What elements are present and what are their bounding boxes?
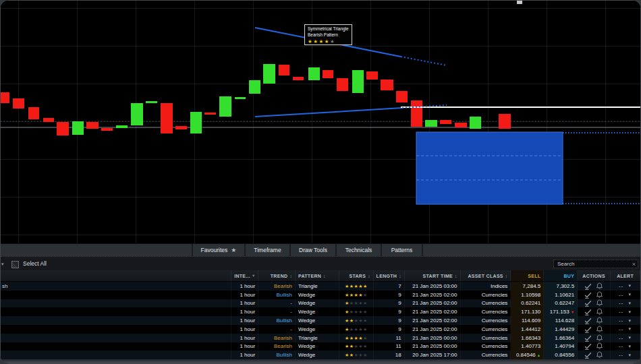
toolbar-button-favourites[interactable]: Favourites★ [192, 244, 244, 256]
cell-pattern: Wedge [296, 299, 339, 308]
toolbar-button-patterns[interactable]: Patterns [381, 244, 423, 256]
alert-dropdown-icon[interactable]: ▼ [628, 353, 632, 357]
alert-dropdown-icon[interactable]: ▼ [628, 336, 632, 340]
buy-price: 1.66364 [555, 335, 574, 341]
table-row[interactable]: 1 hour-Wedge★★★★★921 Jan 2025 02:00Curre… [1, 299, 640, 308]
select-all-checkbox[interactable] [11, 261, 19, 268]
pattern-annotation[interactable]: Symmetrical Triangle Bearish Pattern ★★★… [304, 24, 352, 45]
star-icon: ★ [358, 327, 363, 332]
view-on-chart-icon[interactable] [584, 299, 592, 307]
search-input[interactable] [554, 260, 638, 268]
alert-dropdown-icon[interactable]: ▼ [628, 310, 632, 314]
table-row[interactable]: 1 hourBullishWedge★★★★★921 Jan 2025 02:0… [1, 316, 640, 325]
bell-icon[interactable] [596, 342, 603, 350]
table-row[interactable]: 1 hour-Wedge★★★★★921 Jan 2025 02:00Curre… [1, 325, 640, 334]
table-row[interactable]: 1 hourBearishWedge★★★★★1121 Jan 2025 00:… [1, 342, 640, 351]
bell-icon[interactable] [596, 282, 603, 290]
toolbar-button-draw-tools[interactable]: Draw Tools [289, 244, 335, 256]
table-row[interactable]: 1 hourBearishTriangle★★★★★1121 Jan 2025 … [1, 334, 640, 342]
star-icon: ★ [345, 309, 350, 314]
cell-length: 9 [374, 291, 405, 299]
column-header-length[interactable]: LENGTH↕ [374, 270, 405, 281]
cell-sell[interactable]: 0.62241 [511, 299, 544, 308]
cell-buy[interactable]: 1.44429 [544, 325, 578, 334]
cell-pattern: Triangle [296, 334, 339, 342]
star-icon: ★ [358, 336, 363, 340]
candle [249, 80, 260, 94]
alert-dropdown-icon[interactable]: ▼ [628, 327, 632, 331]
cell-stars: ★★★★★ [339, 351, 374, 359]
column-header-stars[interactable]: STARS↕ [339, 270, 374, 281]
bell-icon[interactable] [596, 291, 603, 299]
column-header-start[interactable]: START TIME↕ [405, 270, 461, 281]
cell-buy[interactable]: 7,302.5 [544, 282, 578, 291]
bell-icon[interactable] [596, 308, 603, 315]
alert-dropdown-icon[interactable]: ▼ [628, 293, 632, 297]
bell-icon[interactable] [596, 299, 603, 307]
column-header-trend[interactable]: TREND↕ [258, 270, 296, 281]
cell-stars: ★★★★★ [339, 325, 374, 334]
alert-dropdown-icon[interactable]: ▼ [628, 301, 632, 305]
alert-value: -- [619, 352, 623, 358]
alert-dropdown-icon[interactable]: ▼ [628, 284, 632, 288]
alert-dropdown-icon[interactable]: ▼ [628, 344, 632, 348]
price-chart[interactable]: Symmetrical Triangle Bearish Pattern ★★★… [1, 1, 641, 243]
view-on-chart-icon[interactable] [584, 342, 592, 350]
cell-sell[interactable]: 114.609 [511, 316, 544, 325]
cell-sell[interactable]: 171.130 [511, 307, 544, 316]
cell-sell[interactable]: 0.84546▲ [511, 351, 544, 359]
cell-trend: - [258, 307, 296, 316]
search-clear-icon[interactable]: × [632, 261, 636, 268]
cell-buy[interactable]: 0.62247 [544, 299, 578, 308]
cell-buy[interactable]: 1.40794 [544, 342, 578, 351]
bell-icon[interactable] [596, 334, 603, 342]
cell-sell[interactable]: 7,284.5 [511, 282, 544, 291]
star-icon: ★ [358, 318, 363, 323]
trendline[interactable] [255, 108, 402, 117]
cell-buy[interactable]: 1.66364 [544, 334, 578, 342]
cell-buy[interactable]: 114.628 [544, 316, 578, 325]
cell-length: 9 [374, 299, 405, 308]
table-row[interactable]: sh1 hourBearishTriangle★★★★★721 Jan 2025… [1, 282, 640, 291]
toolbar-button-timeframe[interactable]: Timeframe [244, 244, 289, 256]
table-row[interactable]: 1 hourBullishWedge★★★★★921 Jan 2025 02:0… [1, 291, 640, 299]
cell-sell[interactable]: 1.66343 [511, 334, 544, 342]
view-on-chart-icon[interactable] [584, 317, 592, 324]
column-header-pattern[interactable]: PATTERN↕ [296, 270, 339, 281]
table-row[interactable]: 1 hour-Wedge★★★★★921 Jan 2025 02:00Curre… [1, 307, 640, 316]
view-on-chart-icon[interactable] [584, 308, 592, 315]
buy-price: 1.10621 [555, 292, 574, 298]
star-icon: ★ [363, 301, 368, 305]
collapse-caret-icon[interactable]: ▾ [1, 262, 4, 267]
cell-name [1, 334, 231, 342]
cell-buy[interactable]: 0.84556 [544, 351, 578, 359]
column-header-interval[interactable]: INTE...▾ [231, 270, 258, 281]
cell-buy[interactable]: 1.10621 [544, 291, 578, 299]
table-row[interactable]: 1 hourBullishWedge★★★★★1820 Jan 2025 17:… [1, 351, 640, 359]
bottom-bar [1, 359, 640, 364]
cell-buy[interactable]: 171.153▼ [544, 307, 578, 316]
cell-trend: Bullish [258, 316, 296, 325]
cell-alert: --▼ [611, 334, 640, 342]
candle [396, 91, 408, 102]
view-on-chart-icon[interactable] [584, 334, 592, 342]
bell-icon[interactable] [596, 351, 603, 359]
trendline-extension [401, 57, 447, 65]
projection-box[interactable] [416, 132, 563, 204]
view-on-chart-icon[interactable] [584, 282, 592, 290]
alert-dropdown-icon[interactable]: ▼ [628, 319, 632, 323]
column-header-asset[interactable]: ASSET CLASS↕ [461, 270, 511, 281]
cell-sell[interactable]: 1.40773 [511, 342, 544, 351]
bell-icon[interactable] [596, 317, 603, 324]
view-on-chart-icon[interactable] [584, 291, 592, 299]
bell-icon[interactable] [596, 326, 603, 333]
view-on-chart-icon[interactable] [584, 326, 592, 333]
candle [43, 118, 54, 122]
cell-sell[interactable]: 1.10598 [511, 291, 544, 299]
toolbar-button-technicals[interactable]: Technicals [335, 244, 381, 256]
cell-name [1, 325, 231, 334]
cell-alert: --▼ [611, 299, 640, 308]
view-on-chart-icon[interactable] [584, 351, 592, 359]
cell-sell[interactable]: 1.44412 [511, 325, 544, 334]
column-header-label: START TIME [423, 274, 453, 278]
